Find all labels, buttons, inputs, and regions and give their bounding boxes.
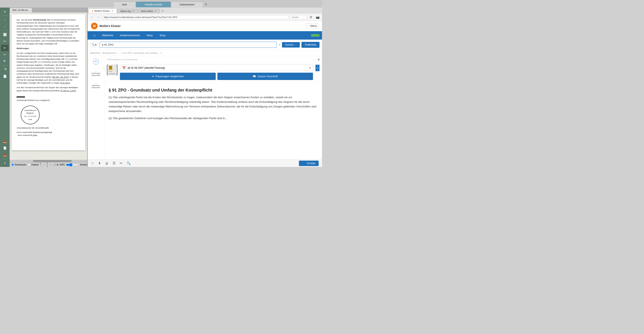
- footer-nav-start[interactable]: |←: [40, 162, 42, 167]
- doc-tab-active[interactable]: Schr. LG Ulm vo...: [10, 8, 32, 12]
- arbeitskopie-radio[interactable]: [11, 163, 14, 166]
- wk-doc-info-bar: Informationen zum Dokument ≡: [104, 56, 322, 63]
- browser-bottom-star-icon[interactable]: ☆: [91, 161, 94, 165]
- wk-info-hamburger-icon[interactable]: ≡: [318, 58, 320, 61]
- wk-breadcrumb-bundesrecht[interactable]: Bundesrecht: [102, 52, 116, 54]
- footer-struktur[interactable]: Struktur: [80, 164, 87, 166]
- wk-search-clear-icon[interactable]: ×: [278, 43, 280, 47]
- wk-header: W Wolters Kluwer ··· Menü: [88, 21, 322, 31]
- wk-logo-text: Wolters Kluwer: [99, 24, 121, 28]
- browser-search-input[interactable]: [290, 15, 307, 19]
- wk-site: W Wolters Kluwer ··· Menü ⌂ Bibliothek I…: [88, 21, 322, 167]
- doc-tab-bar: Schr. LG Ulm vo...: [10, 7, 87, 12]
- wk-nav-inhaltsverzeichnis[interactable]: Inhaltsverzeichnis: [116, 31, 143, 39]
- wk-nav-shop[interactable]: Shop: [156, 31, 169, 39]
- tab-akte[interactable]: Akte: [114, 2, 136, 7]
- footer-original-label[interactable]: Original: [28, 163, 38, 166]
- svg-text:Bundesrecht: Bundesrecht: [109, 73, 115, 74]
- doc-content-area[interactable]: 2.3. Sie hat einen Rechtsanwalt oder im …: [10, 12, 87, 160]
- browser-tab-dejure-close[interactable]: ✕: [132, 10, 134, 12]
- wk-search-input[interactable]: [100, 42, 277, 48]
- sidebar-btn-edit[interactable]: ✏: [1, 38, 8, 44]
- doc-belehrungen-text: Vor den Landgerichten herrscht Anwaltszw…: [16, 52, 80, 85]
- wk-breadcrumb: Bibliothek › Bundesrecht › ... › § 91 ZP…: [88, 50, 322, 56]
- browser-tab-add[interactable]: +: [160, 8, 165, 13]
- wk-nav-news[interactable]: News: [143, 31, 156, 39]
- sidebar-btn-highlight[interactable]: ✏: [1, 45, 8, 51]
- sidebar-btn-collapse-down[interactable]: ∨: [1, 160, 8, 166]
- wk-trefferliste-btn[interactable]: Trefferliste: [302, 42, 320, 48]
- wk-zoom-btn[interactable]: 🔍 ▾: [90, 42, 98, 47]
- wk-breadcrumb-bibliothek[interactable]: Bibliothek: [90, 52, 100, 54]
- wk-doc-title: § 91 ZPO - Grundsatz und Umfang der Kost…: [108, 88, 318, 93]
- sidebar-btn-pages[interactable]: 📑: [1, 145, 8, 151]
- wk-breadcrumb-expand-icon[interactable]: ▾: [161, 52, 162, 54]
- wk-menu-btn[interactable]: ··· Menü: [306, 23, 319, 28]
- original-radio[interactable]: [28, 163, 30, 166]
- wk-doc-meta: 📅 ab 01.06.2007 (aktuelle Fassung) ▾ ⇌ F…: [120, 65, 313, 80]
- footer-nav-end[interactable]: →|: [52, 164, 55, 166]
- sidebar-btn-import[interactable]: 📥: [1, 152, 8, 158]
- browser-tab-wolters-close[interactable]: ✕: [111, 10, 114, 12]
- wk-doc-main[interactable]: § 91 ZPO - Grundsatz und Umfang der Kost…: [104, 82, 322, 159]
- browser-bottom-list-icon[interactable]: ☰: [112, 161, 116, 165]
- wk-side-counter: 0 von 1: [316, 65, 320, 71]
- browser-url-input[interactable]: [102, 15, 289, 19]
- browser-tab-beck[interactable]: beck-online ✕: [138, 8, 160, 13]
- zoom-slider[interactable]: [66, 163, 78, 166]
- doc-maschinen-text: Durch maschinelle Bearbeitung beglaubigt…: [16, 131, 52, 137]
- sidebar-btn-down[interactable]: ↓: [1, 23, 8, 29]
- browser-bottom-download-icon[interactable]: ⬇: [98, 161, 101, 165]
- stamp-text-date: Ulm, 21.03.2016: [24, 115, 36, 118]
- browser-screenshot-icon[interactable]: 📷: [315, 14, 320, 20]
- browser-bottom-pen-icon[interactable]: ✏: [120, 161, 122, 165]
- wk-search-bar: 🔍 ▾ × Suchen → Trefferliste: [88, 39, 322, 50]
- sidebar-btn-collapse-up[interactable]: ∧: [1, 8, 8, 15]
- doc-scrollbar-horizontal[interactable]: [10, 160, 87, 162]
- browser-settings-icon[interactable]: ⚙: [308, 14, 314, 20]
- wk-prev-doc-btn[interactable]: ← Vorheriges Dokument: [90, 68, 102, 78]
- wk-favicon: ●: [92, 9, 93, 12]
- wk-version-chevron-icon: ▾: [310, 66, 311, 69]
- tab-geteilte-ansicht[interactable]: Geteilte Ansicht: [136, 2, 171, 7]
- browser-back-btn[interactable]: ←: [89, 15, 94, 20]
- wk-nav-bibliothek[interactable]: Bibliothek: [99, 31, 116, 39]
- browser-tab-wolters[interactable]: ● Wolters Kluwer ✕: [88, 8, 117, 13]
- doc-page: 2.3. Sie hat einen Rechtsanwalt oder im …: [12, 14, 85, 150]
- wk-doc-add-btn[interactable]: +: [93, 59, 99, 64]
- refresh-icon[interactable]: ↻: [204, 2, 208, 7]
- sidebar-btn-doc[interactable]: 📄: [1, 73, 8, 79]
- wk-compare-btn[interactable]: ⇌ Fassungen vergleichen: [120, 73, 216, 80]
- browser-tab-dejure[interactable]: dejure.org ✕: [117, 8, 138, 13]
- browser-forward-btn[interactable]: →: [96, 15, 100, 20]
- wk-nav-home[interactable]: ⌂: [90, 31, 99, 39]
- wk-search-submit-btn[interactable]: Suchen →: [282, 42, 300, 47]
- footer-nav-prev[interactable]: ←: [44, 164, 46, 166]
- sidebar-btn-up[interactable]: ↑: [1, 16, 8, 23]
- wk-kontakt-btn[interactable]: 👤 Kontakt: [299, 161, 319, 166]
- footer-nav-next[interactable]: →: [49, 164, 51, 166]
- sidebar-btn-search[interactable]: 🔍: [1, 58, 8, 64]
- footer-arbeitskopie-label[interactable]: Arbeitskopie: [11, 163, 26, 166]
- browser-tab-beck-close[interactable]: ✕: [154, 10, 157, 12]
- sidebar-btn-page[interactable]: ⬜: [1, 31, 8, 38]
- doc-scrollbar-thumb[interactable]: [33, 160, 72, 162]
- sidebar-btn-export[interactable]: 📤: [1, 138, 8, 144]
- doc-stamp-area: Vorsitzende Richterin am Landgericht LAN…: [16, 96, 80, 139]
- stamp-text-ulm: ULM: [28, 118, 32, 121]
- browser-address-bar: ← → ⚙ 📷: [88, 13, 322, 21]
- wk-nav-green-btn[interactable]: [311, 34, 320, 37]
- browser-bottom-print-icon[interactable]: 🖨: [105, 161, 108, 165]
- wk-version-select[interactable]: 📅 ab 01.06.2007 (aktuelle Fassung) ▾: [120, 65, 313, 71]
- wk-search-arrow-icon: →: [294, 43, 297, 46]
- wk-full-btn[interactable]: 📖 Ganze Vorschrift: [218, 73, 313, 80]
- sidebar-btn-tool1[interactable]: ✂: [1, 51, 8, 58]
- tab-datenbanken[interactable]: Datenbanken: [171, 2, 203, 7]
- wk-bundesrecht-logo: Bundesrecht: [107, 65, 118, 75]
- doc-viewer: Schr. LG Ulm vo... 2.3. Sie hat einen Re…: [10, 7, 87, 167]
- wk-next-doc-btn[interactable]: → Nächstes Dokument: [90, 80, 102, 90]
- sidebar-btn-zoom[interactable]: 🔎: [1, 66, 8, 73]
- browser-bottom-zoom-icon[interactable]: 🔍: [126, 161, 131, 165]
- wk-breadcrumb-ellipsis[interactable]: ...: [118, 52, 120, 54]
- doc-zwangsvollstreckung: Aus dem Versäumnisurteil kann der Gegner…: [16, 86, 80, 92]
